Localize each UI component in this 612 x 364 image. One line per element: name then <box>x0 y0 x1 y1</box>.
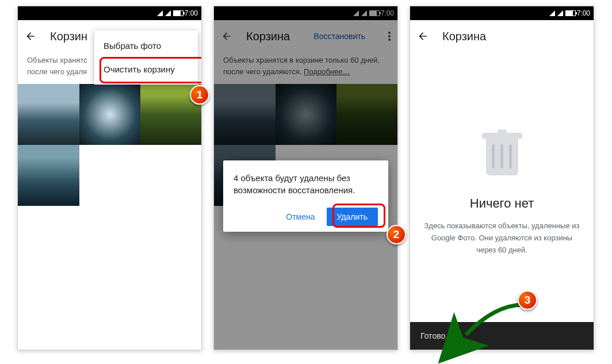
snackbar-text: Готово <box>420 331 445 340</box>
step-badge-2: 2 <box>387 225 406 244</box>
overflow-menu: Выбрать фото Очистить корзину <box>94 30 198 85</box>
wifi-icon <box>549 10 555 16</box>
delete-button[interactable]: Удалить <box>327 208 378 226</box>
back-button[interactable] <box>25 30 36 42</box>
battery-icon <box>565 10 576 16</box>
battery-icon <box>173 10 183 16</box>
status-bar: 7:00 <box>410 6 594 20</box>
app-bar: Корзина <box>410 20 594 52</box>
page-title: Корзина <box>442 30 587 43</box>
dialog-message: 4 объекта будут удалены без возможности … <box>234 172 378 196</box>
empty-body: Здесь показываются объекты, удаленные из… <box>410 220 594 256</box>
signal-icon <box>165 10 171 16</box>
phone-screen-1: 7:00 Корзин Объекты хранятс после чего у… <box>17 6 202 350</box>
confirm-dialog: 4 объекта будут удалены без возможности … <box>223 160 388 232</box>
status-time: 7:00 <box>185 9 198 17</box>
arrow-annotation <box>460 299 529 347</box>
status-bar: 7:00 <box>18 6 201 20</box>
phone-screen-2: 7:00 Корзина Восстановить Объекты хранят… <box>213 6 398 350</box>
menu-clear-trash[interactable]: Очистить корзину <box>94 58 198 81</box>
wifi-icon <box>157 10 163 16</box>
signal-icon <box>557 10 563 16</box>
status-time: 7:00 <box>577 9 590 17</box>
photo-thumb[interactable] <box>18 84 79 145</box>
step-badge-3: 3 <box>518 290 537 310</box>
trash-icon <box>482 133 522 179</box>
empty-title: Ничего нет <box>410 196 594 211</box>
step-badge-1: 1 <box>190 85 209 105</box>
photo-grid <box>18 84 201 206</box>
back-button[interactable] <box>417 30 429 42</box>
cancel-button[interactable]: Отмена <box>279 208 322 226</box>
dialog-actions: Отмена Удалить <box>234 208 378 226</box>
photo-thumb[interactable] <box>18 145 79 206</box>
empty-state: Ничего нет Здесь показываются объекты, у… <box>410 52 594 256</box>
menu-select-photo[interactable]: Выбрать фото <box>94 34 198 58</box>
photo-thumb[interactable] <box>79 84 140 145</box>
